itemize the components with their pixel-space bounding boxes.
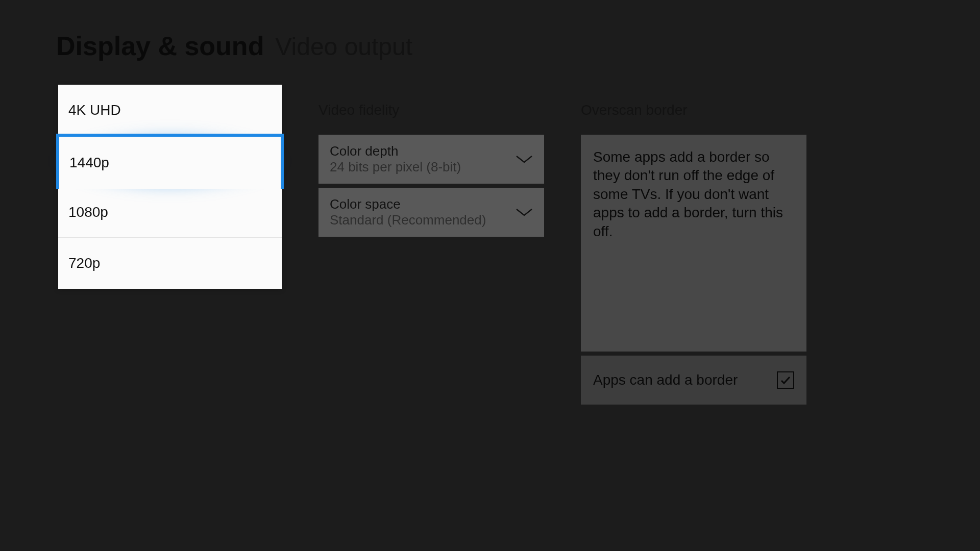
resolution-option-1440p[interactable]: 1440p: [56, 134, 284, 189]
resolution-option-label: 1440p: [69, 155, 109, 171]
resolution-option-720p[interactable]: 720p: [58, 238, 282, 289]
resolution-option-label: 4K UHD: [68, 102, 121, 118]
resolution-option-label: 1080p: [68, 204, 108, 220]
resolution-option-4k-uhd[interactable]: 4K UHD: [58, 85, 282, 136]
resolution-popup: 4K UHD 1440p 1080p 720p: [58, 85, 282, 289]
resolution-option-1080p[interactable]: 1080p: [58, 187, 282, 238]
resolution-option-label: 720p: [68, 255, 100, 271]
